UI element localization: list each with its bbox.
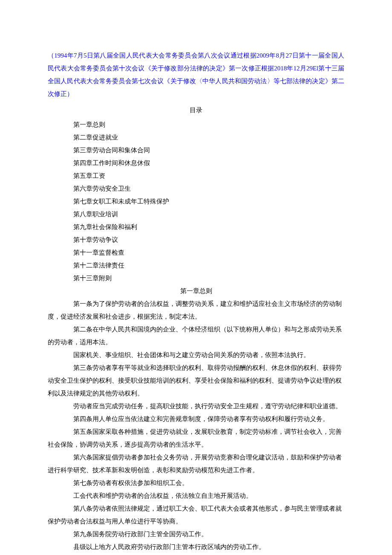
article-3-cont: 利以及法律规定的其他劳动权利。 — [48, 387, 344, 400]
article-7-sub: 工会代表和维护劳动者的合法权益，依法独立自主地开展活动。 — [48, 489, 344, 502]
article-5-cont: 社会保险，协调劳动关系，逐步提高劳动者的生活水平。 — [48, 438, 344, 451]
article-8-cont: 保护劳动者合法权益与用人单位进行平等协商。 — [48, 515, 344, 528]
article-7: 第七条劳动者有权依法参加和组织工会。 — [48, 477, 344, 489]
toc-item: 第二章促进就业 — [48, 131, 344, 144]
article-8: 第八条劳动者依照法律规定，通过职工大会、职工代表大会或者其他形式，参与民主管理或… — [48, 502, 344, 515]
article-2-cont: 的劳动者，适用本法。 — [48, 336, 344, 349]
article-3: 第三条劳动者享有平等就业和选择职业的权利、取得劳动报酬的权利、休息休假的权利、获… — [48, 361, 344, 374]
toc-item: 第三章劳动合同和集体合同 — [48, 144, 344, 157]
toc-item: 第十一章监督检查 — [48, 246, 344, 259]
article-3-sub: 劳动者应当完成劳动任务，提高职业技能，执行劳动安全卫生规程，遵守劳动纪律和职业道… — [48, 400, 344, 413]
article-9: 第九条国务院劳动行政部门主管全国劳动工作。 — [48, 528, 344, 540]
toc-item: 第十三章附则 — [48, 272, 344, 285]
article-1-cont: 度，促进经济发展和社会进步，根据宪法，制定本法。 — [48, 310, 344, 323]
toc-item: 第九章社会保险和福利 — [48, 221, 344, 233]
toc-item: 第六章劳动安全卫生 — [48, 182, 344, 195]
article-5: 第五条国家采取各种措施，促进劳动就业，发展职业教育，制定劳动标准，调节社会收入，… — [48, 425, 344, 438]
article-4: 第四条用人单位应当依法建立和完善规章制度，保障劳动者享有劳动权利和履行劳动义务。 — [48, 413, 344, 425]
toc-item: 第四章工作时间和休息休假 — [48, 157, 344, 169]
article-2-sub: 国家机关、事业组织、社会团体和与之建立劳动合同关系的劳动者，依照本法执行。 — [48, 349, 344, 361]
toc-title: 目录 — [48, 104, 344, 116]
toc-item: 第十二章法律责任 — [48, 259, 344, 272]
toc-item: 第八章职业培训 — [48, 208, 344, 221]
article-3-cont: 动安全卫生保护的权利、接受职业技能培训的权利、享受社会保险和福利的权利、提请劳动… — [48, 374, 344, 387]
toc-item: 第七章女职工和未成年工特殊保护 — [48, 195, 344, 208]
article-6-cont: 进行科学研究、技术革新和发明创造，表彰和奖励劳动模范和先进工作者。 — [48, 464, 344, 477]
toc-item: 第五章工资 — [48, 169, 344, 182]
chapter-2-heading: 第二章促进就业 — [48, 553, 344, 555]
article-6: 第六条国家提倡劳动者参加社会义务劳动，开展劳动竞赛和合理化建议活动，鼓励和保护劳… — [48, 451, 344, 464]
chapter-1-heading: 第一章总则 — [48, 285, 344, 297]
article-2: 第二条在中华人民共和国境内的企业、个体经济组织（以下统称用人单位）和与之形成劳动… — [48, 323, 344, 336]
toc-item: 第一章总则 — [48, 118, 344, 131]
article-9-sub: 县级以上地方人民政府劳动行政部门主管本行政区域内的劳动工作。 — [48, 540, 344, 553]
toc-item: 第十章劳动争议 — [48, 233, 344, 246]
revision-note: （1994年7月5日第八届全国人民代表大会常务委员会第八次会议通过根据2009年… — [48, 49, 344, 100]
toc-list: 第一章总则 第二章促进就业 第三章劳动合同和集体合同 第四章工作时间和休息休假 … — [48, 118, 344, 285]
article-1: 第一条为了保护劳动者的合法权益，调整劳动关系，建立和维护适应社会主义市场经济的劳… — [48, 297, 344, 310]
